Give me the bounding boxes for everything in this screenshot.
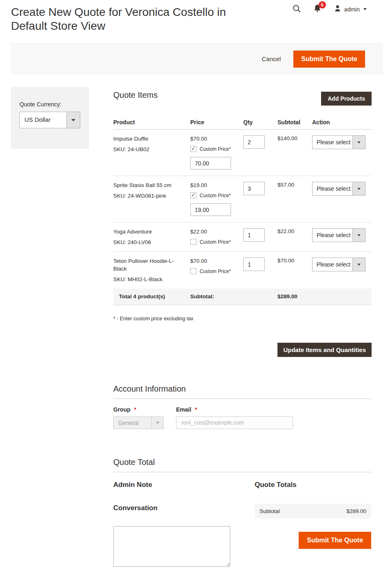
quote-currency-select[interactable]: US Dollar bbox=[20, 112, 80, 128]
action-select[interactable]: Please select bbox=[312, 182, 365, 196]
qty-input[interactable] bbox=[243, 182, 265, 195]
row-subtotal: $140.00 bbox=[277, 135, 312, 170]
content-layout: Quote Currency: US Dollar Quote Items Ad… bbox=[0, 87, 383, 588]
page-action-bar: Cancel Submit The Quote bbox=[11, 44, 383, 74]
caret-down-icon bbox=[357, 141, 361, 143]
page-title: Create New Quote for Veronica Costello i… bbox=[11, 5, 251, 33]
product-sku: SKU: 240-LV06 bbox=[113, 239, 176, 245]
caret-down-icon bbox=[357, 188, 361, 190]
action-select-arrow[interactable] bbox=[352, 182, 365, 195]
action-select-arrow[interactable] bbox=[352, 258, 365, 271]
search-button[interactable] bbox=[293, 4, 301, 14]
email-field[interactable] bbox=[176, 416, 293, 429]
product-price: $22.00 bbox=[190, 228, 243, 235]
email-label: Email bbox=[176, 406, 191, 413]
totals-subtotal-value: $289.00 bbox=[277, 293, 337, 300]
custom-price-checkbox[interactable] bbox=[190, 239, 196, 245]
product-name: Yoga Adventure bbox=[113, 228, 176, 236]
table-row: Sprite Stasis Ball 55 cm SKU: 24-WG081-p… bbox=[113, 176, 372, 222]
quote-items-table: Product Price Qty Subtotal Action Impuls… bbox=[113, 119, 372, 305]
conversation-title: Conversation bbox=[113, 504, 230, 512]
caret-down-icon bbox=[71, 119, 75, 121]
qty-input[interactable] bbox=[243, 135, 265, 149]
email-field-group: Email * bbox=[176, 406, 293, 429]
submit-quote-button-bottom[interactable]: Submit The Quote bbox=[299, 532, 371, 549]
action-select-arrow[interactable] bbox=[352, 136, 365, 149]
custom-price-input[interactable] bbox=[190, 203, 231, 216]
column-header-subtotal: Subtotal bbox=[277, 119, 312, 126]
row-subtotal: $57.00 bbox=[277, 182, 312, 216]
column-header-qty: Qty bbox=[243, 119, 277, 126]
quote-currency-label: Quote Currency: bbox=[20, 101, 80, 108]
custom-price-checkbox[interactable] bbox=[190, 268, 196, 274]
custom-price-input[interactable] bbox=[190, 157, 231, 170]
update-items-button[interactable]: Update Items and Quantities bbox=[277, 343, 372, 357]
qty-input[interactable] bbox=[243, 258, 265, 271]
row-subtotal: $22.00 bbox=[277, 228, 312, 245]
product-sku: SKU: 24-WG081-pink bbox=[113, 193, 176, 199]
action-select-arrow[interactable] bbox=[352, 229, 365, 242]
group-select-value: General bbox=[114, 417, 151, 429]
custom-price-checkbox[interactable] bbox=[190, 146, 196, 152]
qty-input[interactable] bbox=[243, 228, 265, 242]
required-marker: * bbox=[134, 406, 136, 413]
action-select-value: Please select bbox=[313, 229, 352, 242]
total-products-label: Total 4 product(s) bbox=[113, 293, 190, 300]
group-select-arrow[interactable] bbox=[151, 417, 163, 429]
action-select[interactable]: Please select bbox=[312, 228, 365, 242]
group-select[interactable]: General bbox=[113, 416, 164, 429]
product-sku: SKU: MH02-L-Black bbox=[113, 276, 176, 282]
admin-user-name: admin bbox=[344, 6, 360, 13]
action-select-value: Please select bbox=[313, 258, 352, 271]
product-price: $70.00 bbox=[190, 135, 243, 142]
table-header-row: Product Price Qty Subtotal Action bbox=[113, 119, 372, 130]
product-price: $19.00 bbox=[190, 182, 243, 188]
group-field: Group * General bbox=[113, 406, 164, 429]
notifications-button[interactable]: 5 bbox=[313, 4, 321, 14]
quote-items-title: Quote Items bbox=[113, 90, 158, 100]
product-name: Teton Pullover Hoodie-L-Black bbox=[113, 258, 176, 272]
caret-down-icon bbox=[156, 422, 159, 424]
admin-note-title: Admin Note bbox=[113, 481, 230, 489]
quote-subtotal-label: Subtotal bbox=[260, 508, 280, 514]
product-price: $70.00 bbox=[190, 258, 243, 264]
notification-count-badge: 5 bbox=[319, 1, 326, 9]
table-row: Teton Pullover Hoodie-L-Black SKU: MH02-… bbox=[113, 252, 372, 288]
add-products-button[interactable]: Add Products bbox=[321, 92, 372, 106]
custom-price-label: Custom Price* bbox=[200, 269, 231, 274]
page-header: Create New Quote for Veronica Costello i… bbox=[0, 0, 383, 33]
action-select[interactable]: Please select bbox=[312, 258, 365, 271]
product-name: Impulse Duffle bbox=[113, 135, 176, 143]
quote-subtotal-value: $289.00 bbox=[346, 508, 366, 514]
quote-subtotal-row: Subtotal $289.00 bbox=[255, 504, 371, 519]
totals-subtotal-label: Subtotal: bbox=[190, 293, 277, 300]
action-select-value: Please select bbox=[313, 136, 352, 149]
quote-total-section: Quote Total Admin Note Conversation Quot… bbox=[113, 458, 372, 588]
cancel-button[interactable]: Cancel bbox=[262, 55, 281, 62]
admin-user-menu[interactable]: admin bbox=[334, 4, 367, 14]
table-row: Yoga Adventure SKU: 240-LV06 $22.00 Cust… bbox=[113, 222, 372, 252]
custom-price-checkbox[interactable] bbox=[190, 192, 196, 198]
row-subtotal: $70.00 bbox=[277, 258, 312, 282]
caret-down-icon bbox=[363, 8, 367, 10]
action-select[interactable]: Please select bbox=[312, 135, 365, 149]
custom-price-label: Custom Price* bbox=[200, 193, 231, 198]
quote-totals-title: Quote Totals bbox=[255, 481, 371, 489]
main-content: Quote Items Add Products Product Price Q… bbox=[113, 87, 372, 588]
quote-items-header: Quote Items Add Products bbox=[113, 87, 372, 106]
quote-currency-value: US Dollar bbox=[20, 112, 66, 128]
required-marker: * bbox=[195, 406, 197, 413]
quote-total-title: Quote Total bbox=[113, 458, 372, 472]
column-header-product: Product bbox=[113, 119, 190, 126]
submit-quote-button-top[interactable]: Submit The Quote bbox=[293, 51, 365, 68]
search-icon bbox=[293, 4, 301, 14]
header-actions: 5 admin bbox=[293, 4, 367, 14]
caret-down-icon bbox=[357, 264, 361, 266]
column-header-action: Action bbox=[312, 119, 372, 126]
table-row: Impulse Duffle SKU: 24-UB02 $70.00 Custo… bbox=[113, 130, 372, 176]
conversation-textarea[interactable] bbox=[113, 526, 230, 567]
items-totals-bar: Total 4 product(s) Subtotal: $289.00 bbox=[113, 288, 372, 305]
account-information-title: Account Information bbox=[113, 384, 372, 399]
person-icon bbox=[334, 4, 341, 14]
quote-currency-select-arrow[interactable] bbox=[66, 112, 80, 128]
